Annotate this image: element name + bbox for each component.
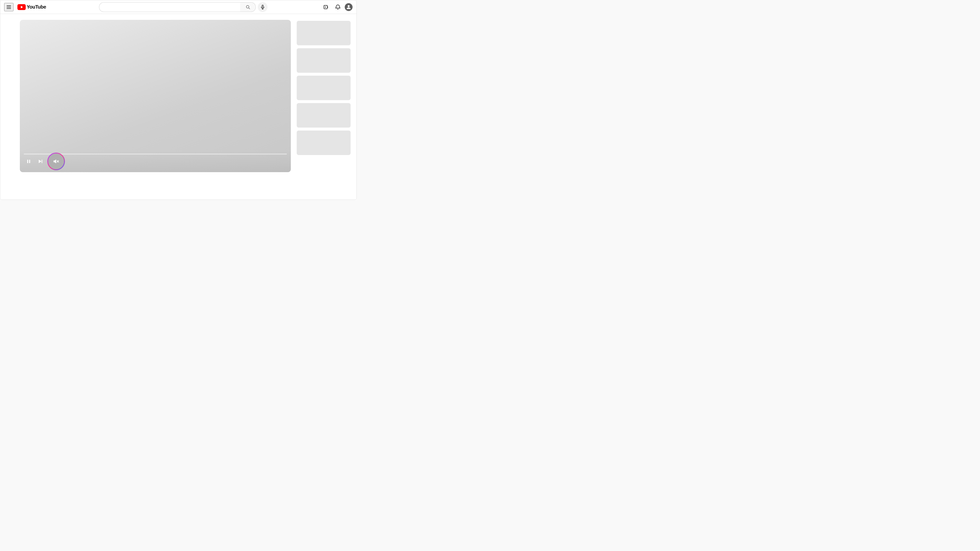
svg-marker-16 [54,159,56,164]
svg-rect-4 [262,5,263,7]
video-player-container [20,20,291,172]
pause-button[interactable] [24,157,33,166]
next-icon [38,159,43,164]
youtube-wordmark: YouTube [27,4,46,10]
bell-icon [335,4,341,10]
search-button[interactable] [240,2,256,12]
sidebar-card-2[interactable] [297,48,351,73]
svg-line-3 [248,8,250,9]
pause-icon [26,159,32,164]
svg-point-10 [348,5,350,7]
header-right [304,2,353,12]
header-left: YouTube [4,3,63,11]
svg-marker-8 [327,6,328,8]
svg-rect-14 [41,160,42,163]
sidebar-card-1[interactable] [297,21,351,45]
search-form [99,2,256,12]
muted-speaker-icon [52,158,59,165]
video-player-section [20,20,291,194]
search-input[interactable] [99,2,240,12]
youtube-logo-link[interactable]: YouTube [18,4,46,10]
sidebar-card-3[interactable] [297,76,351,100]
video-controls [20,151,291,172]
search-icon [245,5,250,10]
sidebar [297,20,351,194]
microphone-icon [260,5,265,10]
video-area [20,20,291,172]
mute-button-wrapper [47,152,65,170]
svg-rect-11 [27,160,28,163]
voice-search-button[interactable] [258,2,267,12]
header: YouTube [0,0,356,14]
sidebar-card-5[interactable] [297,130,351,155]
menu-button[interactable] [4,3,13,11]
svg-marker-13 [39,160,41,163]
youtube-logo-icon [18,4,26,10]
create-button[interactable] [321,2,331,12]
svg-rect-12 [29,160,30,163]
mute-button[interactable] [47,152,65,170]
account-button[interactable] [345,3,353,11]
sidebar-card-4[interactable] [297,103,351,128]
notifications-button[interactable] [333,2,343,12]
create-icon [323,4,329,10]
next-button[interactable] [35,157,45,166]
main-content [0,14,356,200]
header-center [67,2,300,12]
user-icon [346,4,352,10]
